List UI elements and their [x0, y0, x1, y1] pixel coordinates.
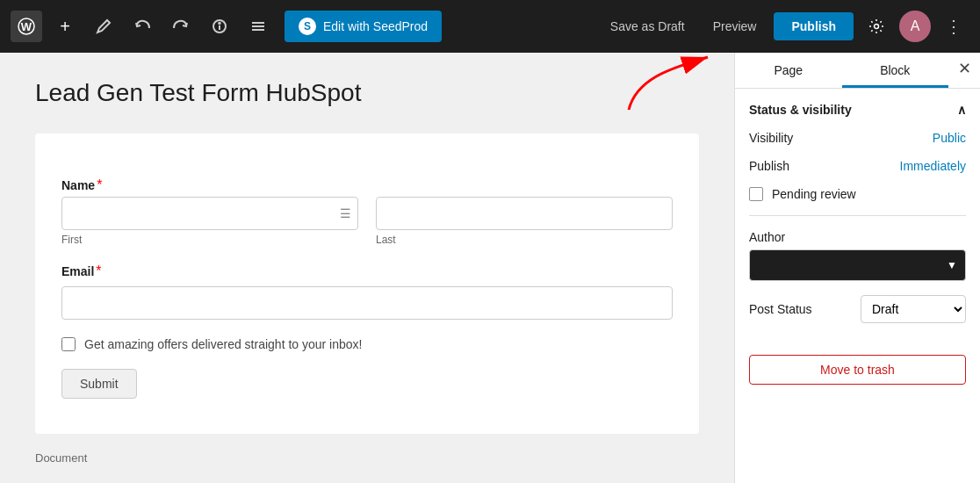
more-options-button[interactable]: ⋮: [938, 11, 969, 42]
list-view-button[interactable]: [242, 11, 274, 42]
author-select-wrap: ▼: [749, 249, 966, 281]
add-button[interactable]: +: [49, 11, 81, 42]
editor-area: Lead Gen Test Form HubSpot Name* ☰ First: [0, 53, 734, 483]
email-section: Email*: [61, 263, 673, 320]
last-name-col: Last: [376, 197, 673, 246]
publish-label: Publish: [749, 159, 789, 173]
toolbar: W + S Edit with SeedProd Save as Draft P…: [0, 0, 980, 53]
author-select[interactable]: [749, 249, 966, 281]
submit-button-preview[interactable]: Submit: [61, 369, 137, 399]
name-field-label: Name: [61, 178, 95, 192]
post-status-label: Post Status: [749, 302, 812, 316]
svg-point-4: [219, 23, 220, 25]
redo-button[interactable]: [165, 11, 197, 42]
panel-close-button[interactable]: ✕: [948, 53, 980, 84]
move-to-trash-button[interactable]: Move to trash: [749, 355, 966, 385]
last-label: Last: [376, 234, 673, 246]
seedprod-icon: S: [299, 18, 316, 35]
post-title: Lead Gen Test Form HubSpot: [35, 79, 699, 107]
preview-button[interactable]: Preview: [703, 12, 767, 40]
visibility-label: Visibility: [749, 131, 793, 145]
document-label: Document: [35, 451, 699, 465]
publish-button[interactable]: Publish: [774, 12, 854, 40]
publish-row: Publish Immediately: [749, 159, 966, 173]
form-preview: Name* ☰ First Last Email*: [35, 133, 699, 434]
name-field-icon: ☰: [340, 206, 351, 220]
email-input[interactable]: [61, 286, 673, 320]
save-draft-button[interactable]: Save as Draft: [600, 12, 695, 40]
newsletter-checkbox-row: Get amazing offers delivered straight to…: [61, 337, 673, 351]
name-inputs: ☰ First Last: [61, 197, 673, 246]
collapse-icon[interactable]: ∧: [957, 103, 966, 117]
right-panel: Page Block ✕ Status & visibility ∧ Visib…: [734, 53, 980, 483]
tab-block[interactable]: Block: [842, 53, 949, 88]
main-layout: Lead Gen Test Form HubSpot Name* ☰ First: [0, 53, 980, 483]
status-visibility-section: Status & visibility ∧ Visibility Public …: [735, 89, 980, 355]
publish-value[interactable]: Immediately: [900, 159, 966, 173]
visibility-row: Visibility Public: [749, 131, 966, 145]
post-status-row: Post Status Draft Published Pending Revi…: [749, 295, 966, 323]
author-label: Author: [749, 230, 966, 244]
section-title: Status & visibility: [749, 103, 852, 117]
newsletter-checkbox[interactable]: [61, 337, 76, 351]
email-field-label: Email: [61, 264, 94, 278]
last-name-input[interactable]: [376, 197, 673, 230]
section-header: Status & visibility ∧: [749, 103, 966, 117]
newsletter-label: Get amazing offers delivered straight to…: [84, 337, 362, 351]
undo-button[interactable]: [126, 11, 158, 42]
avatar-button[interactable]: A: [899, 11, 931, 42]
info-button[interactable]: [204, 11, 235, 42]
panel-tabs: Page Block ✕: [735, 53, 980, 89]
visibility-value[interactable]: Public: [933, 131, 966, 145]
pending-review-label: Pending review: [772, 187, 856, 201]
first-label: First: [61, 234, 358, 246]
post-status-select[interactable]: Draft Published Pending Review: [861, 295, 966, 323]
email-required-star: *: [96, 263, 101, 278]
first-name-wrapper: ☰: [61, 197, 358, 230]
edit-button[interactable]: [88, 11, 119, 42]
svg-point-8: [875, 25, 879, 29]
first-name-col: ☰ First: [61, 197, 358, 246]
settings-button[interactable]: [861, 11, 892, 42]
svg-text:W: W: [21, 20, 32, 33]
seedprod-button[interactable]: S Edit with SeedProd: [285, 11, 442, 42]
tab-page[interactable]: Page: [735, 53, 842, 88]
divider: [749, 215, 966, 216]
pending-review-row: Pending review: [749, 187, 966, 201]
wp-logo: W: [11, 11, 42, 42]
first-name-input[interactable]: [61, 197, 358, 230]
name-required-star: *: [97, 177, 102, 192]
pending-review-checkbox[interactable]: [749, 187, 763, 201]
